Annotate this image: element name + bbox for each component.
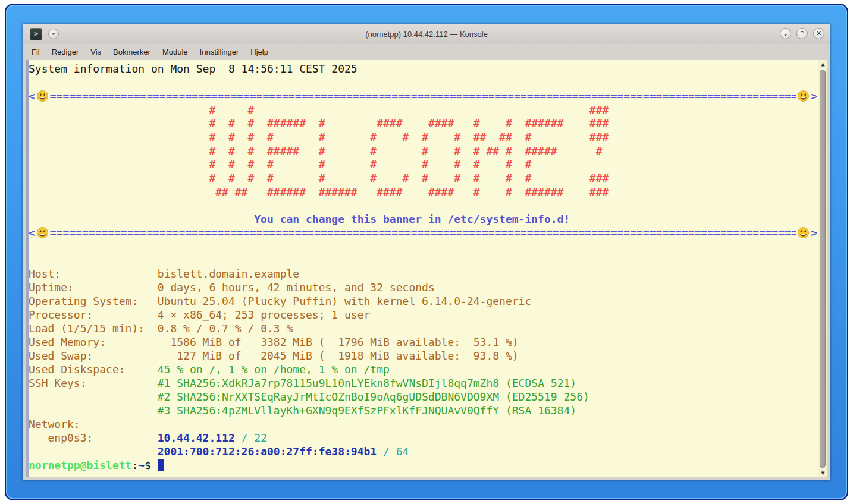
banner-separator-top: < ======================================… <box>29 89 817 103</box>
ipv4-address: 10.44.42.112 <box>158 431 235 444</box>
welcome-banner-row: # # # # # # # # # # # # ### <box>29 171 817 185</box>
info-label: SSH Keys: <box>29 377 158 389</box>
window-title: (nornetpp) 10.44.42.112 — Konsole <box>23 30 830 39</box>
welcome-banner-row: ## ## ###### ###### #### #### # # ######… <box>29 185 817 199</box>
menu-view[interactable]: Vis <box>90 48 101 56</box>
menu-edit[interactable]: Rediger <box>52 48 79 56</box>
welcome-banner-row: # # ### <box>29 103 817 116</box>
info-value: 0 days, 6 hours, 42 minutes, and 32 seco… <box>158 281 435 294</box>
info-value: Ubuntu 25.04 (Plucky Puffin) with kernel… <box>158 295 532 307</box>
ssh-key-row-1: SSH Keys: #1 SHA256:XdkRJa7rp78115u9L10n… <box>29 376 817 390</box>
info-label: Used Swap: <box>29 349 158 362</box>
menu-settings[interactable]: Innstillinger <box>200 48 239 56</box>
terminal-area[interactable]: System information on Mon Sep 8 14:56:11… <box>26 60 827 477</box>
info-row-processor: Processor: 4 × x86_64; 253 processes; 1 … <box>29 308 817 322</box>
info-row-diskspace: Used Diskspace: 45 % on /, 1 % on /home,… <box>29 363 817 376</box>
prompt-user-host: nornetpp@bislett <box>29 459 131 471</box>
blank-line <box>29 75 817 89</box>
welcome-banner-row: # # # # # # # # # ## ## # ### <box>29 130 817 144</box>
info-value: bislett.domain.example <box>158 267 299 280</box>
separator-fill: ========================================… <box>50 89 796 103</box>
welcome-banner-row: # # # # # # # # # # # <box>29 158 817 171</box>
ssh-key-1: #1 SHA256:XdkRJa7rp78115u9L10nLYEkn8fwVN… <box>158 377 576 389</box>
info-label: Host: <box>29 267 158 280</box>
scrollbar[interactable]: ▲ ▼ <box>818 60 827 477</box>
info-label: Used Memory: <box>29 336 158 348</box>
info-label: Load (1/5/15 min): <box>29 322 158 335</box>
info-value: 0.8 % / 0.7 % / 0.3 % <box>158 322 293 335</box>
info-row-host: Host: bislett.domain.example <box>29 267 817 281</box>
blank-line <box>29 199 817 212</box>
info-value: 1586 MiB of 3382 MiB ( 1796 MiB availabl… <box>158 336 519 348</box>
titlebar[interactable]: > (nornetpp) 10.44.42.112 — Konsole ⌄ ⌃ … <box>23 24 830 44</box>
separator-open-bracket: < <box>29 89 35 103</box>
welcome-banner-row: # # # ###### # #### #### # # ###### ### <box>29 116 817 130</box>
info-row-uptime: Uptime: 0 days, 6 hours, 42 minutes, and… <box>29 281 817 294</box>
ssh-key-row-3: #3 SHA256:4pZMLVllayKh+GXN9q9EXfSzPFxlKf… <box>29 404 817 417</box>
info-label: Uptime: <box>29 281 158 294</box>
konsole-window: > (nornetpp) 10.44.42.112 — Konsole ⌄ ⌃ … <box>23 24 830 480</box>
smiley-emoji-icon <box>798 227 809 238</box>
smiley-emoji-icon <box>37 90 48 102</box>
network-iface-row: enp0s3: 10.44.42.112 / 22 <box>29 431 817 445</box>
minimize-button[interactable]: ⌄ <box>780 28 791 39</box>
smiley-emoji-icon <box>798 90 809 102</box>
welcome-banner-row: # # # ##### # # # # # ## # ##### # <box>29 144 817 158</box>
ssh-key-row-2: #2 SHA256:NrXXTSEqRayJrMtIcOZnBoI9oAq6gU… <box>29 390 817 404</box>
ipv6-prefix: / 64 <box>377 445 409 458</box>
info-row-swap: Used Swap: 127 MiB of 2045 MiB ( 1918 Mi… <box>29 349 817 363</box>
separator-close-bracket: > <box>811 226 817 240</box>
info-value: 127 MiB of 2045 MiB ( 1918 MiB available… <box>158 349 519 362</box>
scrollbar-thumb[interactable] <box>820 70 826 468</box>
prompt-colon: : <box>131 459 138 471</box>
smiley-emoji-icon <box>37 227 48 238</box>
separator-open-bracket: < <box>29 226 35 240</box>
scroll-up-arrow-icon[interactable]: ▲ <box>818 60 827 68</box>
close-button[interactable]: ✕ <box>813 28 824 39</box>
terminal-content: System information on Mon Sep 8 14:56:11… <box>29 62 817 472</box>
info-label: Used Diskspace: <box>29 363 158 376</box>
ipv6-address: 2001:700:712:26:a00:27ff:fe38:94b1 <box>158 445 377 458</box>
menu-file[interactable]: Fil <box>32 48 40 56</box>
menu-plugins[interactable]: Module <box>162 48 188 56</box>
separator-close-bracket: > <box>811 89 817 103</box>
info-row-load: Load (1/5/15 min): 0.8 % / 0.7 % / 0.3 % <box>29 322 817 335</box>
prompt-dollar: $ <box>145 459 151 471</box>
scroll-down-arrow-icon[interactable]: ▼ <box>818 469 827 477</box>
info-label: Processor: <box>29 308 158 321</box>
info-label: Operating System: <box>29 295 158 307</box>
shell-prompt: nornetpp@bislett:~$ <box>29 458 817 472</box>
network-ipv6-row: 2001:700:712:26:a00:27ff:fe38:94b1 / 64 <box>29 445 817 458</box>
separator-fill: ========================================… <box>50 226 796 240</box>
menu-help[interactable]: Hjelp <box>250 48 268 56</box>
maximize-button[interactable]: ⌃ <box>796 28 808 39</box>
diskspace-value: 45 % on /, 1 % on /home, 1 % on /tmp <box>158 363 390 376</box>
info-value: 4 × x86_64; 253 processes; 1 user <box>158 308 371 321</box>
menubar: Fil Rediger Vis Bokmerker Module Innstil… <box>23 44 830 60</box>
banner-note: You can change this banner in /etc/syste… <box>29 212 817 226</box>
banner-separator-bottom: < ======================================… <box>29 226 817 240</box>
network-header: Network: <box>29 417 817 431</box>
terminal-cursor <box>158 459 164 471</box>
ipv4-prefix: / 22 <box>235 431 267 444</box>
info-row-memory: Used Memory: 1586 MiB of 3382 MiB ( 1796… <box>29 335 817 349</box>
system-info-header: System information on Mon Sep 8 14:56:11… <box>29 62 817 75</box>
menu-bookmarks[interactable]: Bokmerker <box>113 48 150 56</box>
iface-label: enp0s3: <box>29 431 158 444</box>
blank-line <box>29 253 817 267</box>
blank-line <box>29 240 817 253</box>
prompt-path: ~ <box>138 459 145 471</box>
info-row-os: Operating System: Ubuntu 25.04 (Plucky P… <box>29 294 817 308</box>
